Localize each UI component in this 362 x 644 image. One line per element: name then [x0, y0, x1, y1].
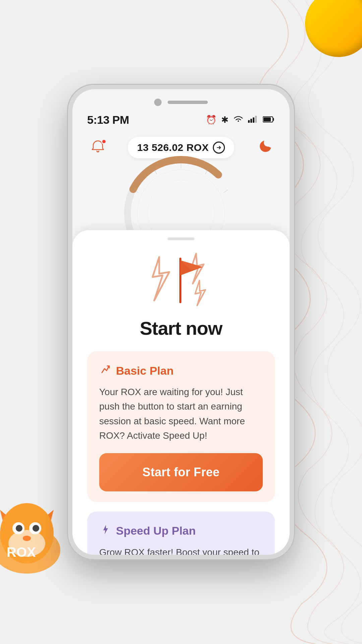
theme-toggle-button[interactable]: [253, 137, 275, 158]
status-time: 5:13 PM: [87, 113, 129, 126]
sheet-handle: [168, 237, 194, 240]
svg-rect-14: [255, 116, 257, 123]
bottom-sheet: Start now Basic Plan Your ROX are waitin…: [72, 230, 290, 555]
svg-marker-1: [0, 510, 20, 537]
notification-dot: [101, 139, 107, 144]
speedup-plan-title: Speed Up Plan: [116, 524, 196, 537]
speedup-plan-card: Speed Up Plan Grow ROX faster! Boost you…: [87, 512, 275, 555]
hero-icon-area: [87, 240, 275, 317]
svg-rect-11: [248, 120, 250, 123]
svg-point-3: [0, 503, 54, 564]
basic-plan-icon: [99, 363, 111, 378]
basic-plan-description: Your ROX are waiting for you! Just push …: [99, 385, 263, 443]
sheet-title: Start now: [87, 317, 275, 339]
svg-rect-16: [263, 117, 271, 121]
status-bar: 5:13 PM ⏰ ✱: [87, 113, 275, 126]
signal-icon: [248, 115, 258, 125]
speedup-plan-header: Speed Up Plan: [99, 524, 263, 538]
svg-point-4: [8, 530, 45, 557]
svg-rect-12: [250, 119, 252, 123]
svg-point-0: [0, 527, 60, 574]
status-icons: ⏰ ✱: [206, 114, 275, 125]
svg-point-5: [12, 522, 24, 534]
speedup-plan-icon: [99, 524, 111, 538]
phone-top-bar: [154, 99, 208, 106]
moon-icon: [257, 139, 271, 156]
speedup-plan-description: Grow ROX faster! Boost your speed to ear…: [99, 545, 263, 555]
basic-plan-title: Basic Plan: [116, 364, 174, 377]
svg-rect-13: [253, 117, 254, 123]
basic-plan-header: Basic Plan: [99, 363, 263, 378]
hero-illustration: [144, 250, 218, 311]
wifi-icon: [233, 114, 243, 125]
svg-point-9: [23, 536, 31, 541]
notification-button[interactable]: [87, 137, 109, 158]
svg-line-22: [205, 170, 208, 174]
bg-coin: [305, 0, 362, 57]
phone-frame: 5:13 PM ⏰ ✱: [67, 84, 295, 560]
battery-icon: [263, 115, 275, 125]
svg-text:ROX: ROX: [7, 545, 36, 559]
speaker-bar: [168, 101, 208, 104]
svg-point-7: [16, 525, 22, 532]
basic-plan-card: Basic Plan Your ROX are waiting for you!…: [87, 351, 275, 502]
phone-inner: 5:13 PM ⏰ ✱: [72, 89, 290, 555]
alarm-icon: ⏰: [206, 115, 217, 125]
svg-point-8: [33, 525, 39, 532]
bluetooth-icon: ✱: [221, 115, 229, 125]
svg-marker-2: [34, 510, 54, 537]
svg-line-23: [224, 190, 228, 193]
start-for-free-button[interactable]: Start for Free: [99, 453, 263, 491]
bg-fox: ROX: [0, 483, 74, 577]
svg-line-24: [154, 170, 157, 174]
camera-dot: [154, 99, 162, 106]
svg-point-6: [29, 522, 41, 534]
